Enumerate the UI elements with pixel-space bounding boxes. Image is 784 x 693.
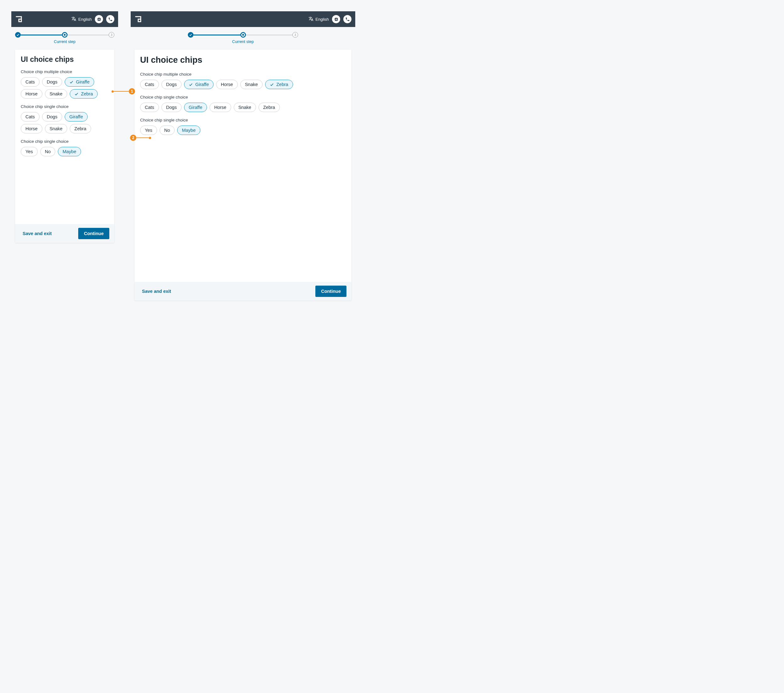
step-current-label: Current step — [184, 39, 302, 47]
panel-mobile: English 3 Current step UI choice ch — [11, 11, 118, 243]
step-connector — [21, 34, 62, 36]
chip-cats[interactable]: Cats — [21, 77, 40, 87]
chip-snake[interactable]: Snake — [45, 124, 67, 133]
progress-stepper: 3 — [11, 27, 118, 39]
page-title: UI choice chips — [140, 55, 346, 65]
step-1-done — [188, 32, 193, 38]
chip-dogs[interactable]: Dogs — [161, 80, 181, 89]
chip-snake[interactable]: Snake — [240, 80, 263, 89]
chip-giraffe[interactable]: Giraffe — [184, 103, 207, 112]
chip-group-multiple: Choice chip multiple choice Cats Dogs Gi… — [140, 72, 346, 89]
chip-horse[interactable]: Horse — [21, 124, 43, 133]
step-3-number: 3 — [110, 33, 112, 37]
chip-dogs[interactable]: Dogs — [161, 103, 181, 112]
chip-dogs[interactable]: Dogs — [42, 77, 62, 87]
group-label: Choice chip single choice — [140, 95, 346, 100]
app-header: English — [11, 11, 118, 27]
support-button[interactable] — [95, 15, 103, 23]
save-and-exit-button[interactable]: Save and exit — [20, 228, 54, 239]
app-header: English — [131, 11, 355, 27]
brand-logo — [134, 15, 142, 23]
svg-point-2 — [98, 18, 100, 20]
chip-cats[interactable]: Cats — [140, 103, 159, 112]
step-3-future: 3 — [292, 32, 298, 38]
chip-group-multiple: Choice chip multiple choice Cats Dogs Gi… — [21, 69, 109, 99]
chip-giraffe[interactable]: Giraffe — [65, 77, 94, 87]
svg-rect-12 — [334, 19, 335, 19]
chip-horse[interactable]: Horse — [216, 80, 238, 89]
svg-rect-3 — [99, 17, 99, 18]
group-label: Choice chip multiple choice — [21, 69, 109, 74]
step-1-done — [15, 32, 21, 38]
step-3-future: 3 — [109, 32, 114, 38]
chip-yes[interactable]: Yes — [21, 147, 38, 156]
save-and-exit-button[interactable]: Save and exit — [140, 286, 174, 297]
page-title: UI choice chips — [21, 55, 109, 64]
chip-zebra[interactable]: Zebra — [259, 103, 280, 112]
continue-button[interactable]: Continue — [315, 286, 346, 297]
form-card: UI choice chips Choice chip multiple cho… — [15, 49, 114, 243]
chip-group-single-yesno: Choice chip single choice Yes No Maybe — [21, 139, 109, 156]
svg-rect-13 — [337, 19, 338, 19]
group-label: Choice chip multiple choice — [140, 72, 346, 77]
svg-rect-4 — [99, 20, 99, 21]
chip-horse[interactable]: Horse — [21, 89, 43, 99]
language-label: English — [78, 17, 92, 21]
chip-snake[interactable]: Snake — [45, 89, 67, 99]
group-label: Choice chip single choice — [140, 118, 346, 122]
chip-zebra[interactable]: Zebra — [70, 89, 98, 99]
support-button[interactable] — [332, 15, 340, 23]
step-connector — [193, 34, 240, 36]
svg-rect-6 — [100, 19, 101, 19]
brand-logo — [15, 15, 23, 23]
chip-giraffe[interactable]: Giraffe — [184, 80, 214, 89]
chip-group-single-animals: Choice chip single choice Cats Dogs Gira… — [140, 95, 346, 112]
panel-desktop: English 3 Current step — [131, 11, 355, 301]
group-label: Choice chip single choice — [21, 139, 109, 144]
step-current-label: Current step — [11, 39, 118, 47]
chip-zebra[interactable]: Zebra — [265, 80, 293, 89]
chip-cats[interactable]: Cats — [140, 80, 159, 89]
chip-snake[interactable]: Snake — [234, 103, 256, 112]
svg-rect-10 — [336, 17, 336, 18]
group-label: Choice chip single choice — [21, 104, 109, 109]
chip-maybe[interactable]: Maybe — [177, 126, 200, 135]
step-3-number: 3 — [294, 33, 296, 37]
step-connector — [246, 34, 293, 36]
chip-dogs[interactable]: Dogs — [42, 112, 62, 122]
chip-group-single-yesno: Choice chip single choice Yes No Maybe — [140, 118, 346, 135]
language-label: English — [315, 17, 329, 21]
svg-point-9 — [336, 18, 337, 20]
phone-button[interactable] — [343, 15, 351, 23]
step-2-current — [62, 32, 68, 38]
chip-no[interactable]: No — [160, 126, 175, 135]
chip-horse[interactable]: Horse — [209, 103, 231, 112]
translate-icon — [308, 16, 313, 22]
chip-cats[interactable]: Cats — [21, 112, 40, 122]
chip-no[interactable]: No — [40, 147, 56, 156]
step-2-current — [240, 32, 246, 38]
svg-rect-5 — [97, 19, 98, 19]
chip-zebra[interactable]: Zebra — [70, 124, 91, 133]
chip-maybe[interactable]: Maybe — [58, 147, 81, 156]
check-icon — [69, 80, 74, 84]
svg-rect-11 — [336, 20, 336, 21]
language-selector[interactable]: English — [308, 16, 329, 22]
progress-stepper: 3 — [184, 27, 302, 39]
chip-giraffe[interactable]: Giraffe — [65, 112, 87, 122]
language-selector[interactable]: English — [71, 16, 92, 22]
card-footer: Save and exit Continue — [134, 282, 351, 301]
chip-yes[interactable]: Yes — [140, 126, 157, 135]
phone-button[interactable] — [106, 15, 114, 23]
continue-button[interactable]: Continue — [78, 228, 109, 239]
check-icon — [270, 82, 274, 87]
step-connector — [68, 34, 109, 36]
form-card: UI choice chips Choice chip multiple cho… — [134, 49, 351, 301]
translate-icon — [71, 16, 76, 22]
check-icon — [74, 92, 79, 96]
chip-group-single-animals: Choice chip single choice Cats Dogs Gira… — [21, 104, 109, 133]
check-icon — [189, 82, 193, 87]
card-footer: Save and exit Continue — [15, 224, 114, 243]
